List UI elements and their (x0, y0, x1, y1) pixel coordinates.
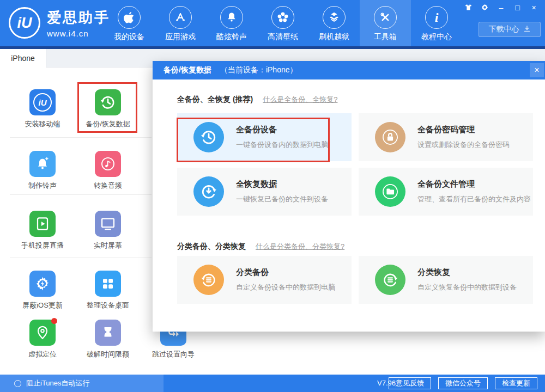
toggle-circle-icon (14, 380, 21, 387)
card-desc: 自定义恢复备份中的数据到设备 (417, 283, 517, 292)
tool-label: 虚拟定位 (10, 350, 75, 359)
modal-close-icon[interactable]: × (530, 63, 544, 77)
category-backup-icon (193, 265, 224, 295)
card-category-backup[interactable]: 分类备份 自定义备份设备中的数据到电脑 (177, 256, 352, 304)
tool-label: 整理设备桌面 (75, 301, 141, 310)
tool-live-screen[interactable]: 实时屏幕 (75, 211, 141, 250)
tool-label: 跳过设置向导 (141, 350, 206, 359)
card-full-backup-device[interactable]: 全备份设备 一键备份设备内的数据到电脑 (177, 113, 352, 161)
card-title: 分类恢复 (417, 267, 517, 278)
grid-divider (10, 258, 152, 258)
card-title: 全备份密码管理 (417, 125, 510, 135)
i4-logo-icon: iU (9, 7, 40, 39)
nav-item-toolbox[interactable]: 工具箱 (360, 0, 411, 46)
category-cards: 分类备份 自定义备份设备中的数据到电脑 分类恢复 自定义恢复备份中的数据到设备 (177, 256, 533, 304)
organize-desktop-icon (95, 271, 121, 297)
section-heading: 分类备份、分类恢复 (177, 242, 246, 252)
nav-item-wallpapers[interactable]: 高清壁纸 (257, 0, 308, 46)
toggle-label: 阻止iTunes自动运行 (26, 378, 90, 388)
card-desc: 一键备份设备内的数据到电脑 (236, 140, 328, 150)
backup-restore-modal: 备份/恢复数据 （当前设备：iPhone） × 全备份、全恢复 (推荐) 什么是… (153, 61, 545, 332)
app-title: 爱思助手 (47, 8, 110, 27)
card-category-restore[interactable]: 分类恢复 自定义恢复备份中的数据到设备 (359, 256, 533, 304)
card-title: 全恢复数据 (236, 179, 328, 189)
time-limit-icon (95, 320, 121, 346)
toolbox-icon (374, 6, 397, 29)
full-restore-icon (193, 176, 224, 207)
what-is-full-backup-link[interactable]: 什么是全备份、全恢复? (263, 95, 337, 105)
section-category-backup: 分类备份、分类恢复 什么是分类备份、分类恢复? (177, 242, 344, 252)
skin-shirt-icon[interactable] (464, 3, 473, 12)
tool-label: 手机投屏直播 (10, 241, 75, 250)
check-update-button[interactable]: 检查更新 (495, 377, 537, 389)
statusbar: 阻止iTunes自动运行 V7.96 意见反馈 微信公众号 检查更新 (0, 375, 545, 392)
card-full-restore[interactable]: 全恢复数据 一键恢复已备份的文件到设备 (177, 168, 352, 216)
live-screen-icon (95, 211, 121, 237)
main-nav: 我的设备 应用游戏 酷炫铃声 高清壁纸 (104, 0, 462, 46)
make-ringtone-icon (29, 151, 56, 177)
virtual-location-icon (29, 320, 56, 346)
notification-badge (51, 318, 57, 324)
card-backup-file-manager[interactable]: 全备份文件管理 管理、查看所有已备份的文件及内容 (359, 168, 533, 216)
tab-iphone[interactable]: iPhone (0, 49, 46, 68)
tool-label: 安装移动端 (10, 119, 75, 129)
wechat-account-button[interactable]: 微信公众号 (438, 377, 488, 389)
tool-organize-desktop[interactable]: 整理设备桌面 (75, 271, 141, 310)
nav-label: 教程中心 (421, 32, 452, 42)
tool-screen-mirror[interactable]: 手机投屏直播 (10, 211, 75, 250)
tool-label: 破解时间限额 (75, 350, 141, 359)
card-backup-password[interactable]: 全备份密码管理 设置或删除设备的全备份密码 (359, 113, 533, 161)
nav-item-tutorials[interactable]: i 教程中心 (411, 0, 462, 46)
jailbreak-box-icon (323, 6, 346, 29)
tool-label: 制作铃声 (10, 181, 75, 191)
modal-title: 备份/恢复数据 (164, 65, 211, 75)
download-icon (523, 25, 531, 34)
backup-file-folder-icon (375, 176, 405, 207)
tool-virtual-location[interactable]: 虚拟定位 (10, 320, 75, 359)
section-full-backup: 全备份、全恢复 (推荐) 什么是全备份、全恢复? (177, 95, 337, 105)
i4-app-icon: iU (29, 89, 56, 115)
maximize-icon[interactable]: □ (513, 3, 522, 12)
block-itunes-toggle[interactable]: 阻止iTunes自动运行 (0, 375, 164, 392)
tool-make-ringtone[interactable]: 制作铃声 (10, 151, 75, 191)
wallpaper-flower-icon (271, 6, 294, 29)
nav-item-apps-games[interactable]: 应用游戏 (155, 0, 206, 46)
ringtone-bell-icon (220, 6, 243, 29)
feedback-button[interactable]: 意见反馈 (389, 377, 431, 389)
nav-item-flash-jailbreak[interactable]: 刷机越狱 (308, 0, 360, 46)
gear-icon[interactable] (480, 3, 489, 12)
nav-item-ringtones[interactable]: 酷炫铃声 (206, 0, 257, 46)
appstore-icon (169, 6, 192, 29)
grid-divider (10, 137, 152, 138)
card-title: 全备份文件管理 (417, 179, 531, 189)
tool-label: 转换音频 (75, 181, 141, 191)
nav-label: 我的设备 (114, 32, 144, 42)
nav-label: 高清壁纸 (268, 32, 298, 42)
what-is-category-backup-link[interactable]: 什么是分类备份、分类恢复? (256, 242, 344, 252)
window-controls: – □ × (464, 3, 538, 12)
tool-convert-audio[interactable]: 转换音频 (75, 151, 141, 191)
tool-block-ios-update[interactable]: 屏蔽iOS更新 (10, 271, 75, 310)
card-title: 全备份设备 (236, 125, 328, 135)
backup-password-lock-icon (375, 122, 405, 152)
app-window: iU 爱思助手 www.i4.cn 我的设备 应用游戏 (0, 0, 545, 392)
block-ios-update-icon (29, 271, 56, 297)
nav-label: 刷机越狱 (319, 32, 349, 42)
nav-label: 酷炫铃声 (216, 32, 247, 42)
annotation-box-backup-tool (77, 82, 137, 133)
card-desc: 自定义备份设备中的数据到电脑 (236, 283, 335, 292)
tool-time-limit[interactable]: 破解时间限额 (75, 320, 141, 359)
card-desc: 设置或删除设备的全备份密码 (417, 140, 510, 150)
header: iU 爱思助手 www.i4.cn 我的设备 应用游戏 (0, 0, 545, 46)
download-center-button[interactable]: 下载中心 (479, 22, 541, 37)
screen-mirror-icon (29, 211, 56, 237)
tool-label: 屏蔽iOS更新 (10, 301, 75, 310)
modal-header: 备份/恢复数据 （当前设备：iPhone） × (153, 61, 545, 79)
statusbar-buttons: 意见反馈 微信公众号 检查更新 (389, 377, 537, 389)
nav-item-my-devices[interactable]: 我的设备 (104, 0, 155, 46)
close-icon[interactable]: × (529, 3, 538, 12)
tool-install-mobile[interactable]: iU 安装移动端 (10, 89, 75, 129)
apple-icon (118, 6, 141, 29)
minimize-icon[interactable]: – (496, 3, 506, 12)
card-title: 分类备份 (236, 267, 335, 278)
